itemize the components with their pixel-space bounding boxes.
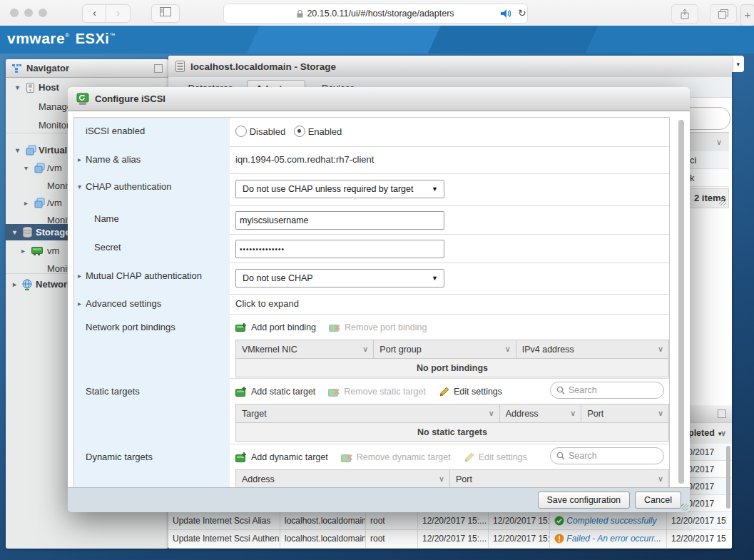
tree-expand-icon[interactable]: ▾ — [13, 224, 16, 240]
radio-label: Enabled — [308, 126, 342, 137]
search-placeholder: Search — [569, 451, 597, 461]
tree-collapsed-icon[interactable]: ▸ — [24, 195, 28, 211]
task-queued-cell: 12/20/2017 15:... — [418, 530, 489, 548]
tasks-scrollbar[interactable] — [726, 446, 730, 509]
window-minimize-button[interactable] — [24, 9, 33, 17]
column-header-address[interactable]: Address∨ — [236, 470, 450, 487]
dialog-scrollbar[interactable] — [678, 120, 684, 484]
radio-enabled[interactable]: Enabled — [294, 126, 342, 137]
new-tab-button[interactable]: + — [740, 4, 754, 26]
column-header-port-group[interactable]: Port group∨ — [374, 340, 516, 358]
esxi-header-bar: vmware® ESXi™ root@20.15.0.11 ▾ | Help ▾… — [0, 26, 754, 54]
row-label: Name — [74, 205, 230, 234]
row-label: Network port bindings — [74, 314, 230, 378]
click-to-expand[interactable]: Click to expand — [235, 298, 299, 309]
row-network-port-bindings: Network port bindings Add port binding R… — [74, 314, 669, 379]
label-text: Dynamic targets — [86, 452, 153, 462]
port-bindings-table: VMkernel NIC∨ Port group∨ IPv4 address∨ … — [235, 340, 669, 377]
chap-name-input[interactable] — [235, 211, 444, 230]
row-label[interactable]: ▸Mutual CHAP authentication — [74, 263, 230, 294]
storage-icon — [23, 227, 32, 238]
add-port-binding-button[interactable]: Add port binding — [235, 322, 316, 332]
url-text: 20.15.0.11/ui/#/host/storage/adapters — [307, 9, 454, 19]
chevron-down-icon: ∨ — [439, 474, 444, 484]
button-label: Add dynamic target — [251, 452, 328, 462]
window-close-button[interactable] — [10, 9, 19, 17]
tree-expand-icon[interactable]: ▾ — [16, 80, 19, 96]
mutual-chap-select[interactable]: Do not use CHAP▼ — [235, 269, 444, 287]
column-header-address[interactable]: Address∨ — [500, 404, 582, 422]
chap-mode-select[interactable]: Do not use CHAP unless required by targe… — [235, 180, 444, 198]
add-static-target-button[interactable]: Add static target — [235, 387, 315, 397]
remove-port-binding-button[interactable]: Remove port binding — [329, 322, 427, 332]
dialog-body: iSCSI enabled Disabled Enabled ▸Name & a… — [68, 111, 690, 487]
row-chap-name: Name — [74, 205, 669, 235]
restore-panel-icon[interactable] — [718, 409, 726, 418]
dynamic-targets-search-box[interactable]: Search — [550, 447, 664, 464]
column-label: Address — [242, 474, 275, 484]
row-value: Do not use CHAP▼ — [235, 263, 669, 294]
browser-sidebar-button[interactable] — [151, 4, 180, 23]
storage-adapter-icon — [31, 247, 43, 255]
edit-settings-button-disabled[interactable]: Edit settings — [464, 452, 527, 463]
task-row[interactable]: Update Internet Scsi Authen... localhost… — [168, 530, 732, 549]
button-label: Remove port binding — [345, 322, 427, 332]
add-icon — [235, 387, 247, 397]
save-configuration-button[interactable]: Save configuration — [538, 492, 631, 509]
edit-settings-button[interactable]: Edit settings — [439, 387, 502, 397]
window-zoom-button[interactable] — [39, 9, 47, 17]
column-header-ipv4-address[interactable]: IPv4 address∨ — [516, 340, 668, 358]
row-label[interactable]: ▸Name & alias — [74, 146, 230, 173]
row-value: iqn.1994-05.com.redhat:rh7-client — [235, 146, 669, 173]
column-header-port[interactable]: Port∨ — [581, 404, 668, 422]
column-label: Port group — [379, 345, 421, 355]
add-dynamic-target-button[interactable]: Add dynamic target — [235, 452, 328, 462]
browser-tabs-button[interactable] — [710, 4, 737, 24]
browser-forward-button[interactable]: › — [106, 4, 131, 23]
row-label: Static targets — [74, 378, 230, 444]
resize-grip-icon[interactable] — [719, 198, 726, 205]
label-text: Name & alias — [86, 154, 141, 165]
column-header-vmkernel-nic[interactable]: VMkernel NIC∨ — [236, 340, 374, 358]
row-label[interactable]: ▾CHAP authentication — [74, 173, 230, 205]
label-text: CHAP authentication — [86, 181, 171, 192]
dialog-settings-table: iSCSI enabled Disabled Enabled ▸Name & a… — [73, 117, 670, 487]
column-header-target[interactable]: Target∨ — [236, 404, 500, 422]
add-icon — [235, 452, 247, 462]
remove-dynamic-target-button[interactable]: Remove dynamic target — [341, 452, 451, 462]
sidebar-icon — [160, 7, 171, 16]
static-targets-search-box[interactable]: Search — [550, 382, 664, 399]
empty-text: No static targets — [417, 427, 487, 437]
cancel-button[interactable]: Cancel — [635, 492, 681, 509]
tree-expand-icon[interactable]: ▾ — [16, 143, 19, 158]
chap-secret-input[interactable] — [235, 240, 444, 258]
row-value — [235, 234, 669, 263]
column-label: Target — [242, 409, 267, 419]
empty-text: No port bindings — [417, 363, 488, 373]
remove-static-target-button[interactable]: Remove static target — [328, 387, 426, 397]
tree-collapsed-icon[interactable]: ▸ — [21, 243, 25, 259]
tree-collapsed-icon[interactable]: ▸ — [13, 277, 16, 292]
collapse-panel-icon[interactable] — [154, 64, 163, 73]
brand-reg-mark: ® — [65, 32, 69, 39]
selected-option: Do not use CHAP unless required by targe… — [243, 184, 413, 194]
dialog-resize-grip[interactable] — [681, 504, 688, 511]
browser-chrome: ‹ › 20.15.0.11/ui/#/host/storage/adapter… — [0, 0, 754, 26]
button-label: Edit settings — [454, 387, 502, 397]
row-label[interactable]: ▸Advanced settings — [74, 294, 230, 314]
pencil-icon — [464, 452, 474, 463]
tree-expand-icon[interactable]: ▾ — [24, 161, 28, 176]
row-chap-secret: Secret — [74, 234, 669, 263]
address-bar[interactable]: 20.15.0.11/ui/#/host/storage/adapters ↻ — [223, 4, 528, 24]
reload-icon[interactable]: ↻ — [518, 7, 526, 19]
browser-back-button[interactable]: ‹ — [82, 4, 107, 23]
audio-mute-icon[interactable] — [501, 9, 511, 18]
label-text: Network port bindings — [86, 322, 175, 332]
radio-disabled[interactable]: Disabled — [235, 126, 285, 137]
browser-share-button[interactable] — [671, 4, 698, 24]
radio-icon — [235, 126, 247, 137]
column-header-port[interactable]: Port∨ — [450, 470, 668, 487]
task-started-cell: 12/20/2017 15:... — [489, 530, 550, 548]
remove-icon — [328, 387, 340, 397]
task-row[interactable]: Update Internet Scsi Alias localhost.loc… — [168, 512, 732, 530]
